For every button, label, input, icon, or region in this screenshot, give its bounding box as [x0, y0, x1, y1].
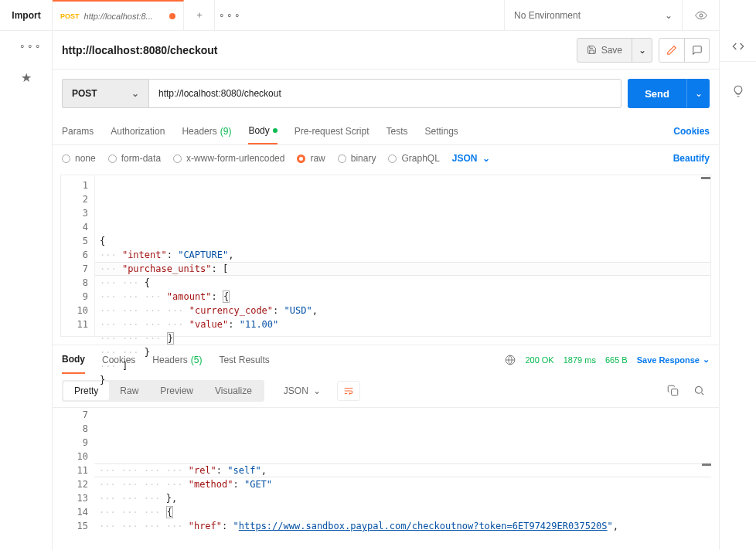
comment-icon [692, 45, 703, 56]
send-button[interactable]: Send [628, 79, 686, 108]
tab-options-button[interactable]: ∘∘∘ [215, 0, 246, 30]
tab-method-label: POST [60, 12, 80, 20]
scroll-marker [701, 177, 710, 179]
line-gutter: 1234567891011 [61, 175, 95, 336]
beautify-button[interactable]: Beautify [673, 153, 710, 164]
body-type-xwww[interactable]: x-www-form-urlencoded [173, 153, 284, 164]
headers-count: (9) [220, 126, 232, 137]
tab-prerequest[interactable]: Pre-request Script [295, 117, 369, 144]
chevron-down-icon: ⌄ [665, 10, 673, 21]
radio-icon [338, 154, 346, 163]
radio-checked-icon [297, 154, 305, 163]
tab-bar: POST http://localhost:8... ＋ ∘∘∘ No Envi… [53, 0, 719, 31]
svg-point-0 [700, 14, 703, 17]
radio-icon [388, 154, 397, 163]
request-title: http://localhost:8080/checkout [62, 44, 217, 56]
svg-point-3 [695, 387, 702, 394]
code-icon [732, 40, 744, 53]
save-label: Save [601, 45, 622, 56]
body-type-formdata[interactable]: form-data [108, 153, 161, 164]
import-button[interactable]: Import [0, 0, 53, 31]
request-title-row: http://localhost:8080/checkout Save ⌄ [53, 31, 719, 70]
radio-icon [62, 154, 70, 163]
chevron-down-icon: ⌄ [482, 153, 490, 164]
response-code-area[interactable]: ··· ··· ··· ··· "rel": "self",··· ··· ··… [94, 408, 711, 535]
response-tab-body[interactable]: Body [62, 345, 85, 374]
tab-params[interactable]: Params [62, 117, 94, 144]
environment-selector[interactable]: No Environment ⌄ [504, 0, 682, 30]
svg-rect-2 [671, 389, 677, 396]
body-type-raw[interactable]: raw [297, 153, 325, 164]
favorites-button[interactable]: ★ [0, 62, 52, 93]
body-type-none[interactable]: none [62, 153, 96, 164]
tab-tests[interactable]: Tests [386, 117, 407, 144]
new-tab-button[interactable]: ＋ [184, 0, 215, 30]
send-options-button[interactable]: ⌄ [686, 79, 710, 108]
more-horizontal-icon: ∘∘∘ [219, 10, 242, 21]
save-icon [587, 45, 597, 55]
method-value: POST [72, 88, 97, 99]
method-selector[interactable]: POST ⌄ [62, 79, 148, 108]
radio-icon [173, 154, 182, 163]
comment-button[interactable] [684, 39, 709, 62]
tab-headers[interactable]: Headers (9) [182, 117, 231, 144]
url-input[interactable]: http://localhost:8080/checkout [148, 79, 621, 108]
plus-icon: ＋ [195, 8, 204, 22]
star-icon: ★ [21, 70, 32, 85]
eye-icon [695, 9, 707, 22]
edit-button[interactable] [659, 39, 684, 62]
title-actions [659, 38, 710, 63]
left-sidebar: Import ∘∘∘ ★ [0, 0, 53, 550]
chevron-down-icon: ⌄ [695, 88, 703, 99]
chevron-down-icon: ⌄ [639, 45, 646, 56]
right-sidebar [719, 0, 756, 550]
body-indicator-icon [273, 128, 278, 133]
unsaved-indicator-icon [169, 13, 175, 19]
pencil-icon [666, 45, 677, 56]
body-type-selector: none form-data x-www-form-urlencoded raw… [53, 145, 719, 175]
url-row: POST ⌄ http://localhost:8080/checkout Se… [53, 70, 719, 117]
lightbulb-icon [732, 85, 744, 97]
raw-format-selector[interactable]: JSON⌄ [452, 153, 490, 164]
response-body-editor[interactable]: 789101112131415 ··· ··· ··· ··· "rel": "… [60, 408, 711, 535]
body-type-binary[interactable]: binary [338, 153, 376, 164]
collection-options[interactable]: ∘∘∘ [0, 31, 52, 62]
chevron-down-icon: ⌄ [131, 88, 139, 99]
radio-icon [108, 154, 117, 163]
tab-body[interactable]: Body [248, 117, 277, 144]
environment-label: No Environment [514, 10, 581, 21]
request-tab[interactable]: POST http://localhost:8... [53, 0, 184, 30]
code-snippet-button[interactable] [720, 31, 756, 62]
cookies-link[interactable]: Cookies [673, 126, 710, 137]
response-line-gutter: 789101112131415 [60, 408, 94, 535]
body-type-graphql[interactable]: GraphQL [388, 153, 439, 164]
save-button-group: Save ⌄ [577, 38, 652, 63]
send-button-group: Send ⌄ [628, 79, 710, 108]
save-button[interactable]: Save [577, 39, 632, 62]
more-horizontal-icon: ∘∘∘ [19, 41, 43, 52]
tab-settings[interactable]: Settings [425, 117, 458, 144]
request-section-tabs: Params Authorization Headers (9) Body Pr… [53, 117, 719, 145]
environment-preview-button[interactable] [682, 0, 719, 30]
code-area[interactable]: {··· "intent": "CAPTURE",··· "purchase_u… [95, 175, 710, 336]
request-body-editor[interactable]: 1234567891011 {··· "intent": "CAPTURE",·… [60, 175, 711, 337]
tab-authorization[interactable]: Authorization [111, 117, 165, 144]
save-options-button[interactable]: ⌄ [632, 39, 652, 62]
tab-title: http://localhost:8... [84, 12, 165, 21]
info-button[interactable] [720, 79, 756, 104]
